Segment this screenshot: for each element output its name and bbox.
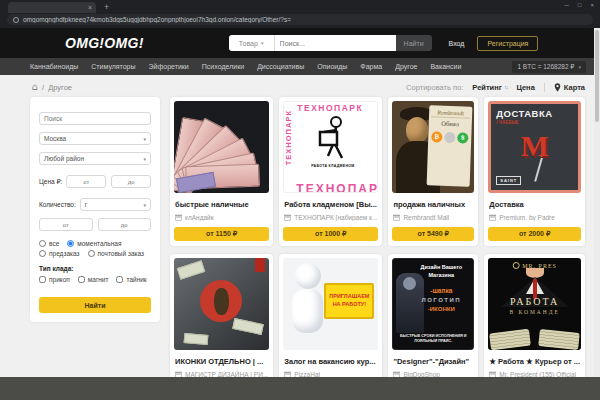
new-tab-button[interactable]: + bbox=[104, 3, 109, 12]
stash-option-buried[interactable]: прикоп bbox=[39, 276, 70, 283]
product-title[interactable]: быстрые наличные bbox=[175, 200, 268, 209]
browser-tab[interactable]: × bbox=[8, 2, 96, 13]
nav-item-euphoretics[interactable]: Эйфоретики bbox=[149, 63, 189, 70]
price-button[interactable]: от 5490 ₽ bbox=[392, 227, 474, 241]
map-label: Карта bbox=[564, 83, 585, 92]
price-from-input[interactable] bbox=[66, 175, 106, 188]
unit-value: г bbox=[85, 201, 87, 208]
product-seller[interactable]: Premium. by Padre bbox=[489, 214, 580, 221]
product-title[interactable]: Доставка bbox=[489, 200, 580, 209]
maximize-icon[interactable]: □ bbox=[578, 2, 582, 8]
store-icon bbox=[284, 214, 291, 221]
product-image bbox=[174, 258, 269, 350]
delivery-option-all[interactable]: все bbox=[39, 240, 59, 247]
sort-rating-button[interactable]: Рейтинг ↑↓ bbox=[472, 83, 507, 92]
quantity-from-input[interactable] bbox=[39, 218, 93, 231]
site-info-icon[interactable] bbox=[13, 17, 19, 23]
product-title[interactable]: Работа кладменом [Вы... bbox=[284, 200, 377, 209]
bottom-band bbox=[0, 377, 600, 400]
nav-item-cannabinoids[interactable]: Каннабиноиды bbox=[30, 63, 78, 70]
close-icon[interactable]: × bbox=[590, 2, 594, 8]
toolbar: ⌂ / Другое Сортировать по: Рейтинг ↑↓ Це… bbox=[0, 75, 600, 97]
city-select[interactable]: Москва ▾ bbox=[39, 132, 151, 145]
price-button[interactable]: от 2000 ₽ bbox=[488, 227, 581, 241]
stash-option-hidden[interactable]: тайник bbox=[116, 276, 146, 283]
product-title[interactable]: ★ Работа ★ Курьер от ... bbox=[489, 357, 580, 366]
metro-logo: М bbox=[520, 129, 548, 163]
login-link[interactable]: Вход bbox=[449, 40, 465, 47]
product-seller[interactable]: клАндайк bbox=[175, 214, 268, 221]
city-value: Москва bbox=[44, 135, 66, 142]
nav-item-stimulants[interactable]: Стимуляторы bbox=[91, 63, 135, 70]
image-text: ТЕХНОПАРК bbox=[284, 110, 293, 165]
nav-item-jobs[interactable]: Вакансии bbox=[430, 63, 461, 70]
product-title[interactable]: продажа наличных bbox=[393, 200, 473, 209]
unit-select[interactable]: г ▾ bbox=[80, 198, 151, 211]
checkbox-buried[interactable] bbox=[39, 276, 46, 283]
map-pin-icon bbox=[554, 83, 561, 92]
nav-item-other[interactable]: Другое bbox=[395, 63, 417, 70]
sort-price-button[interactable]: Цена bbox=[516, 83, 534, 92]
delivery-option-instant[interactable]: моментальная bbox=[67, 240, 121, 247]
page-scrollbar[interactable] bbox=[594, 28, 600, 377]
btc-rate-badge[interactable]: 1 BTC = 1268282 ₽ ▾ bbox=[512, 61, 586, 73]
product-card-delivery[interactable]: ДОСТАВКА / ЧАЕВЫЕ М SAINT Доставка Premi… bbox=[484, 97, 585, 246]
price-button[interactable]: от 1150 ₽ bbox=[174, 227, 269, 241]
product-image: ДОСТАВКА / ЧАЕВЫЕ М SAINT bbox=[488, 101, 581, 193]
map-button[interactable]: Карта bbox=[554, 83, 585, 92]
home-icon[interactable]: ⌂ bbox=[32, 82, 38, 92]
product-title[interactable]: ИКОНКИ ОТДЕЛЬНО | ... bbox=[175, 357, 268, 366]
image-subtitle: / ЧАЕВЫЕ bbox=[496, 120, 573, 125]
site-logo[interactable]: OMG!OMG! bbox=[65, 35, 144, 51]
product-title[interactable]: "Designer"-"Дизайн" bbox=[393, 357, 473, 366]
product-card-fast-cash[interactable]: быстрые наличные клАндайк от 1150 ₽ bbox=[170, 97, 273, 246]
radio-instant[interactable] bbox=[67, 240, 74, 247]
nav-item-psychedelics[interactable]: Психоделики bbox=[202, 63, 244, 70]
search-category-select[interactable]: Товар ▾ bbox=[229, 35, 275, 51]
product-seller[interactable]: Rembrandt Mall bbox=[393, 214, 473, 221]
window-controls: ─ □ × bbox=[565, 2, 594, 8]
url-text: omgomgnghdfpkneeg74kmob3dgs5uggjdbhpq2on… bbox=[23, 16, 291, 23]
chevron-down-icon: ▾ bbox=[261, 40, 264, 46]
delivery-option-preorder[interactable]: предзаказ bbox=[39, 250, 80, 257]
image-text: ТЕХНОПАРК bbox=[297, 103, 363, 113]
product-image bbox=[174, 101, 269, 193]
minimize-icon[interactable]: ─ bbox=[565, 2, 569, 8]
quantity-to-input[interactable] bbox=[98, 218, 152, 231]
breadcrumb-separator: / bbox=[42, 83, 44, 92]
filter-search-input[interactable] bbox=[39, 112, 151, 125]
nav-item-pharma[interactable]: Фарма bbox=[360, 63, 382, 70]
product-image: ТЕХНОПАРК ТЕХНОПАРК РАБОТА КЛАДМЕНОМ ТЕХ… bbox=[283, 101, 378, 193]
address-field[interactable]: omgomgnghdfpkneeg74kmob3dgs5uggjdbhpq2on… bbox=[7, 14, 593, 25]
scrollbar-thumb[interactable] bbox=[595, 30, 599, 122]
register-button[interactable]: Регистрация bbox=[477, 36, 538, 51]
search-input[interactable] bbox=[275, 35, 396, 51]
radio-all[interactable] bbox=[39, 240, 46, 247]
product-title[interactable]: Залог на вакансию кур... bbox=[284, 357, 377, 366]
radio-preorder[interactable] bbox=[39, 250, 46, 257]
image-text: ТЕХНОПАРК bbox=[296, 182, 378, 193]
chevron-down-icon: ▾ bbox=[143, 156, 146, 162]
quantity-filter-label: Количество: bbox=[39, 201, 76, 208]
tab-close-icon[interactable]: × bbox=[88, 4, 92, 11]
checkbox-hidden[interactable] bbox=[116, 276, 123, 283]
store-icon bbox=[393, 214, 400, 221]
url-bar: omgomgnghdfpkneeg74kmob3dgs5uggjdbhpq2on… bbox=[0, 13, 600, 28]
sort-bar: Сортировать по: Рейтинг ↑↓ Цена Карта bbox=[406, 83, 585, 92]
checkbox-magnet[interactable] bbox=[78, 276, 85, 283]
delivery-option-mail[interactable]: почтовый заказ bbox=[88, 250, 145, 257]
product-card-cash-sale[interactable]: Rembrandt Обнал ₿ $ продажа наличных Rem… bbox=[388, 97, 478, 246]
price-to-input[interactable] bbox=[111, 175, 151, 188]
product-card-courier-job[interactable]: ТЕХНОПАРК ТЕХНОПАРК РАБОТА КЛАДМЕНОМ ТЕХ… bbox=[279, 97, 382, 246]
radio-mail[interactable] bbox=[88, 250, 95, 257]
product-seller[interactable]: ТЕХНОПАРК [набираем к... bbox=[284, 214, 377, 221]
image-text: ЛОГОТИП bbox=[411, 297, 471, 303]
stash-option-magnet[interactable]: магнит bbox=[78, 276, 109, 283]
nav-item-dissociatives[interactable]: Диссоциативы bbox=[257, 63, 304, 70]
apply-filters-button[interactable]: Найти bbox=[39, 297, 151, 313]
search-button[interactable]: Найти bbox=[396, 35, 432, 51]
district-select[interactable]: Любой район ▾ bbox=[39, 152, 151, 165]
price-button[interactable]: от 1000 ₽ bbox=[283, 227, 378, 241]
image-text: В КОМАНДЕ bbox=[488, 309, 581, 315]
nav-item-opioids[interactable]: Опиоиды bbox=[317, 63, 347, 70]
